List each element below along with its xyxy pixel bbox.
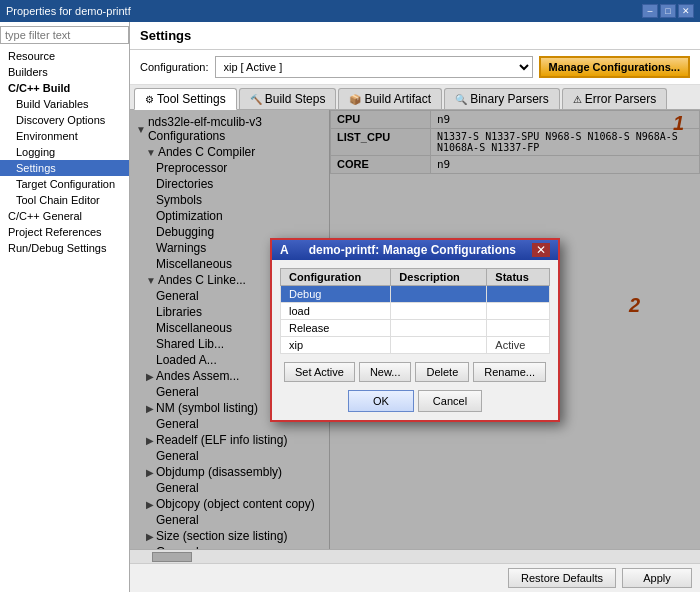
right-panel: Settings Configuration: xip [ Active ] M…: [130, 22, 700, 592]
build-steps-icon: 🔨: [250, 94, 262, 105]
col-header-status: Status: [487, 268, 550, 285]
new-configuration-button[interactable]: New...: [359, 362, 412, 382]
configurations-table: Configuration Description Status Debug: [280, 268, 550, 354]
tab-tool-settings[interactable]: ⚙Tool Settings: [134, 88, 237, 110]
sidebar-item-buildvars[interactable]: Build Variables: [0, 96, 129, 112]
config-row: Configuration: xip [ Active ] Manage Con…: [130, 50, 700, 85]
config-status-xip: Active: [487, 336, 550, 353]
set-active-button[interactable]: Set Active: [284, 362, 355, 382]
sidebar-item-toolchain[interactable]: Tool Chain Editor: [0, 192, 129, 208]
sidebar-item-rundebug[interactable]: Run/Debug Settings: [0, 240, 129, 256]
config-name-load: load: [281, 302, 391, 319]
sidebar-item-settings[interactable]: Settings: [0, 160, 129, 176]
build-artifact-icon: 📦: [349, 94, 361, 105]
modal-overlay: A demo-printf: Manage Configurations ✕ C…: [130, 110, 700, 549]
maximize-button[interactable]: □: [660, 4, 676, 18]
error-parsers-icon: ⚠: [573, 94, 582, 105]
window-title: Properties for demo-printf: [6, 5, 131, 17]
sidebar-item-environment[interactable]: Environment: [0, 128, 129, 144]
config-row-release[interactable]: Release: [281, 319, 550, 336]
config-desc-xip: [391, 336, 487, 353]
tool-settings-icon: ⚙: [145, 94, 154, 105]
config-status-debug: [487, 285, 550, 302]
tab-binary-parsers[interactable]: 🔍Binary Parsers: [444, 88, 560, 109]
config-name-xip: xip: [281, 336, 391, 353]
col-header-description: Description: [391, 268, 487, 285]
modal-title-bar: A demo-printf: Manage Configurations ✕: [272, 240, 558, 260]
col-header-configuration: Configuration: [281, 268, 391, 285]
minimize-button[interactable]: –: [642, 4, 658, 18]
settings-header: Settings: [130, 22, 700, 50]
modal-cancel-button[interactable]: Cancel: [418, 390, 482, 412]
config-label: Configuration:: [140, 61, 209, 73]
modal-title-text: demo-printf: Manage Configurations: [309, 243, 516, 257]
window-controls: – □ ✕: [642, 4, 694, 18]
rename-configuration-button[interactable]: Rename...: [473, 362, 546, 382]
manage-configurations-dialog: A demo-printf: Manage Configurations ✕ C…: [270, 238, 560, 422]
modal-ok-button[interactable]: OK: [348, 390, 414, 412]
sidebar-item-builders[interactable]: Builders: [0, 64, 129, 80]
sidebar-item-discovery[interactable]: Discovery Options: [0, 112, 129, 128]
sidebar-item-projectrefs[interactable]: Project References: [0, 224, 129, 240]
sidebar-item-target[interactable]: Target Configuration: [0, 176, 129, 192]
left-panel: Resource Builders C/C++ Build Build Vari…: [0, 22, 130, 592]
binary-parsers-icon: 🔍: [455, 94, 467, 105]
config-name-release: Release: [281, 319, 391, 336]
sidebar-item-ccgeneral[interactable]: C/C++ General: [0, 208, 129, 224]
settings-bottom-bar: Restore Defaults Apply: [130, 563, 700, 592]
manage-configurations-button[interactable]: Manage Configurations...: [539, 56, 690, 78]
horizontal-scrollbar[interactable]: [130, 549, 700, 563]
modal-close-button[interactable]: ✕: [532, 243, 550, 257]
close-button[interactable]: ✕: [678, 4, 694, 18]
modal-title-icon: A: [280, 243, 289, 257]
tab-build-steps[interactable]: 🔨Build Steps: [239, 88, 337, 109]
modal-content: Configuration Description Status Debug: [272, 260, 558, 420]
config-desc-debug: [391, 285, 487, 302]
config-desc-release: [391, 319, 487, 336]
restore-defaults-button[interactable]: Restore Defaults: [508, 568, 616, 588]
modal-action-buttons: Set Active New... Delete Rename...: [280, 362, 550, 382]
tab-build-artifact[interactable]: 📦Build Artifact: [338, 88, 442, 109]
modal-ok-cancel-row: OK Cancel: [280, 390, 550, 412]
config-row-debug[interactable]: Debug: [281, 285, 550, 302]
tabs-row: ⚙Tool Settings 🔨Build Steps 📦Build Artif…: [130, 85, 700, 110]
content-area: ▼ nds32le-elf-mculib-v3 Configurations ▼…: [130, 110, 700, 549]
config-row-load[interactable]: load: [281, 302, 550, 319]
config-desc-load: [391, 302, 487, 319]
config-name-debug: Debug: [281, 285, 391, 302]
sidebar-item-logging[interactable]: Logging: [0, 144, 129, 160]
tab-error-parsers[interactable]: ⚠Error Parsers: [562, 88, 667, 109]
sidebar-item-resource[interactable]: Resource: [0, 48, 129, 64]
config-select[interactable]: xip [ Active ]: [215, 56, 533, 78]
config-row-xip[interactable]: xip Active: [281, 336, 550, 353]
filter-input[interactable]: [0, 26, 129, 44]
sidebar-item-ccbuild[interactable]: C/C++ Build: [0, 80, 129, 96]
config-status-release: [487, 319, 550, 336]
title-bar: Properties for demo-printf – □ ✕: [0, 0, 700, 22]
config-status-load: [487, 302, 550, 319]
apply-button[interactable]: Apply: [622, 568, 692, 588]
delete-configuration-button[interactable]: Delete: [415, 362, 469, 382]
